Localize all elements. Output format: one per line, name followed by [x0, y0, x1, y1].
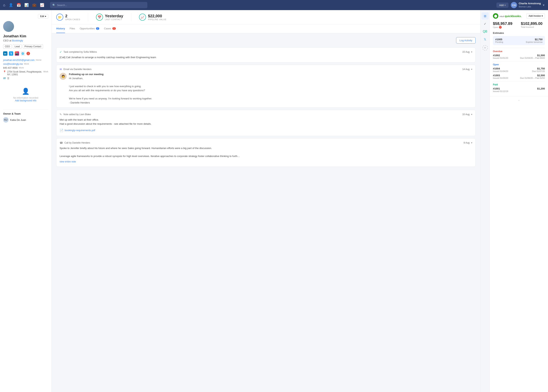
tab-cases[interactable]: Cases 1	[104, 24, 116, 33]
email-home-link[interactable]: jonathan.kim2020@gmail.com	[3, 59, 35, 62]
calendar-icon[interactable]: 📅	[17, 3, 21, 7]
qb-header: ⬤ intuit quickbooks. Add Invoice ▾	[493, 13, 545, 19]
tab-cases-label: Cases	[104, 27, 111, 30]
inv-left: #1004 Issued 01/04/20	[493, 67, 508, 72]
inv-left: #1003 Issued 01/03/20	[493, 74, 508, 79]
check-circle-icon-button[interactable]: ✓	[482, 20, 489, 27]
person-icon[interactable]: 👤	[9, 3, 13, 7]
tabs-bar: History Files Opportunities 2 Cases 1	[52, 24, 480, 33]
activity-area: Log Activity ✓ Task completed by Sofia W…	[52, 33, 480, 392]
home-icon[interactable]: ⌂	[3, 3, 5, 7]
grid-icon-button[interactable]: ⊞	[482, 13, 489, 20]
tag-primary-contact[interactable]: Primary Contact	[23, 44, 43, 49]
stat-contact-info: Yesterday LAST CONTACT	[105, 14, 123, 21]
tag-ceo[interactable]: CEO	[3, 44, 12, 49]
view-note-link[interactable]: view entire note	[60, 160, 76, 164]
email-line1: I just wanted to check in with you to se…	[69, 84, 472, 89]
linkedin-icon[interactable]: in	[3, 51, 7, 56]
inv-issued: Issued 01/03/20	[493, 77, 508, 79]
activity-call-header: ☎ Call by Danielle Henders 9 Aug ▾	[60, 141, 472, 144]
twitter-icon[interactable]: 𝕏	[9, 51, 13, 56]
activity-header-left: ✎ Note added by Liam Blake	[60, 113, 91, 116]
tab-opportunities[interactable]: Opportunities 2	[80, 24, 99, 33]
chart-icon[interactable]: 📊	[24, 3, 28, 7]
search-placeholder: Search...	[57, 4, 67, 7]
call-icon: ☎	[60, 141, 63, 144]
expand-icon[interactable]: ▾	[471, 113, 472, 116]
email-work-item: ceo@bookingly.me Work	[3, 63, 48, 65]
call-line2: Leverage agile frameworks to provide a r…	[60, 154, 472, 158]
inv-amount: $1,200	[537, 87, 545, 90]
inv-left: #1002 Issued 01/01/20	[493, 54, 508, 59]
pdf-link[interactable]: bookingly-requirements.pdf	[65, 128, 95, 133]
trending-icon[interactable]: 📈	[40, 3, 44, 7]
inv-due: Due 01/06/20 – Paid $250	[520, 77, 545, 79]
add-button[interactable]: Add +	[496, 2, 508, 8]
location-icon: 📍	[3, 70, 6, 73]
qb-icon-button[interactable]: QB	[482, 28, 489, 35]
note-description: Note added by Liam Blake	[64, 113, 91, 116]
note-line1: Met up with the team at their office.	[60, 118, 472, 122]
qb-divider-2	[493, 61, 545, 61]
twitter-icon-button[interactable]: 𝕏	[482, 36, 489, 43]
estimate-amount: $2,750	[535, 38, 542, 41]
qb-panel-inner: ⬤ intuit quickbooks. Add Invoice ▾ $58,9…	[490, 10, 548, 96]
invoice-1001: #1001 Issued 01/12/19 $1,200	[493, 87, 545, 92]
stat-pipeline-info: $22,000 PIPELINE VALUE	[148, 14, 166, 21]
expand-icon[interactable]: ▾	[471, 51, 472, 53]
address-item: 📍 2754 Scott Street, Poughkeepsie, NY, 1…	[3, 70, 48, 76]
email-line4: We're here if you need us anyway. I'm lo…	[69, 97, 472, 101]
expand-icon[interactable]: ▾	[471, 68, 472, 71]
web-icon[interactable]: 🌐	[21, 51, 25, 56]
main-content: 📁 2 OPEN CASES 📅 Yesterday LAST CONTACT …	[52, 10, 480, 392]
sender-avatar: 🧑	[60, 73, 67, 80]
edit-button[interactable]: Edit ▾	[38, 14, 48, 19]
company-link[interactable]: Bookingly	[12, 39, 23, 42]
email-sender: 🧑 Following up on our meeting Hi Jonatha…	[60, 73, 472, 105]
add-integration-button[interactable]: +	[482, 45, 488, 51]
email-line2: Are you all set with the requirements or…	[69, 89, 472, 93]
tab-history[interactable]: History	[56, 24, 65, 33]
inv-right: $1,500 Due 01/04/20 – Paid $500	[520, 54, 545, 59]
expand-icon[interactable]: ▾	[471, 141, 472, 144]
inv-due: Due 01/07/20	[532, 70, 545, 72]
search-bar[interactable]: 🔍 Search...	[50, 2, 147, 8]
tag-lead[interactable]: Lead	[13, 44, 21, 49]
tab-files[interactable]: Files	[70, 24, 75, 33]
email-work-link[interactable]: ceo@bookingly.me	[3, 63, 23, 65]
note-date: 10 Aug	[462, 113, 470, 116]
add-invoice-button[interactable]: Add Invoice ▾	[527, 14, 545, 19]
activity-date: 9 Aug ▾	[463, 141, 472, 144]
tab-opportunities-label: Opportunities	[80, 27, 95, 30]
activity-header-left: ✉ Email via Danielle Henders	[60, 68, 92, 71]
tab-files-label: Files	[70, 27, 75, 30]
inv-right: $1,200	[537, 87, 545, 92]
check-icon: ✓	[60, 50, 62, 54]
estimate-item: #1005 $2,750 Pending Expires tomorrow	[493, 36, 545, 45]
briefcase-icon[interactable]: 💼	[32, 3, 36, 7]
call-description: Call by Danielle Henders	[64, 141, 90, 144]
email-description: Email via Danielle Henders	[64, 68, 92, 71]
open-amount-value: $58,957.89	[493, 21, 517, 26]
user-name-block: Charlie Armstrong Biomax Labs	[519, 2, 541, 8]
stat-open-cases: 📁 2 OPEN CASES	[56, 14, 80, 21]
call-body: Spoke to Jennifer briefly about his futu…	[60, 146, 472, 164]
qb-logo-icon: ⬤	[493, 13, 498, 19]
estimate-number: #1005	[495, 38, 502, 41]
owner-avatar: KJ	[3, 117, 8, 123]
add-bg-link[interactable]: Add background info	[6, 99, 45, 102]
panel-expand-button[interactable]: ›	[490, 96, 548, 104]
chevron-down-icon[interactable]: ▼	[542, 4, 545, 7]
email-home-item: jonathan.kim2020@gmail.com Home	[3, 59, 48, 62]
top-navigation: ⌂ 👤 📅 📊 💼 📈 🔍 Search... Add + CA Charlie…	[0, 0, 548, 10]
last-contact-value: Yesterday	[105, 14, 123, 18]
owner-name: Katia De Juan	[10, 119, 26, 121]
attachment: 📄 bookingly-requirements.pdf	[60, 128, 472, 133]
total-amount-value: $102,895.00	[521, 21, 545, 26]
user-company: Biomax Labs	[519, 5, 541, 8]
activity-item-email: ✉ Email via Danielle Henders 14 Aug ▾ 🧑 …	[56, 65, 476, 108]
instagram-icon[interactable]: 📷	[15, 51, 19, 56]
pipeline-icon: 📈	[139, 14, 146, 21]
note-icon: ✎	[60, 113, 62, 116]
log-activity-button[interactable]: Log Activity	[456, 37, 476, 44]
